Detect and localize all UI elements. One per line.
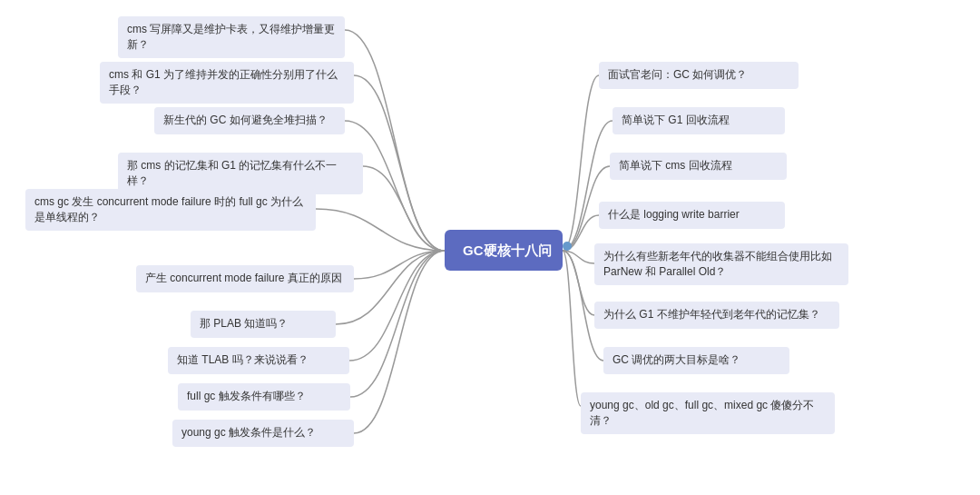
left-node-l1: cms 写屏障又是维护卡表，又得维护增量更新？	[118, 16, 345, 58]
left-node-l7: 那 PLAB 知道吗？	[191, 311, 336, 338]
left-node-l10: young gc 触发条件是什么？	[172, 420, 354, 447]
left-node-l9: full gc 触发条件有哪些？	[178, 383, 350, 411]
left-node-l6: 产生 concurrent mode failure 真正的原因	[136, 265, 354, 292]
right-node-r7: GC 调优的两大目标是啥？	[603, 347, 789, 374]
left-node-l2: cms 和 G1 为了维持并发的正确性分别用了什么手段？	[100, 62, 354, 104]
mindmap-canvas: GC硬核十八问cms 写屏障又是维护卡表，又得维护增量更新？cms 和 G1 为…	[0, 0, 980, 495]
right-node-r3: 简单说下 cms 回收流程	[610, 153, 787, 180]
right-node-r6: 为什么 G1 不维护年轻代到老年代的记忆集？	[594, 302, 839, 329]
status-dot	[563, 242, 572, 251]
right-node-r1: 面试官老问：GC 如何调优？	[599, 62, 799, 89]
right-node-r4: 什么是 logging write barrier	[599, 202, 785, 229]
left-node-l8: 知道 TLAB 吗？来说说看？	[168, 347, 349, 374]
left-node-l5: cms gc 发生 concurrent mode failure 时的 ful…	[25, 189, 316, 231]
center-node: GC硬核十八问	[445, 230, 563, 271]
left-node-l4: 那 cms 的记忆集和 G1 的记忆集有什么不一样？	[118, 153, 363, 194]
left-node-l3: 新生代的 GC 如何避免全堆扫描？	[154, 107, 345, 134]
right-node-r8: young gc、old gc、full gc、mixed gc 傻傻分不清？	[581, 392, 835, 434]
right-node-r5: 为什么有些新老年代的收集器不能组合使用比如 ParNew 和 Parallel …	[594, 243, 848, 285]
right-node-r2: 简单说下 G1 回收流程	[612, 107, 785, 134]
